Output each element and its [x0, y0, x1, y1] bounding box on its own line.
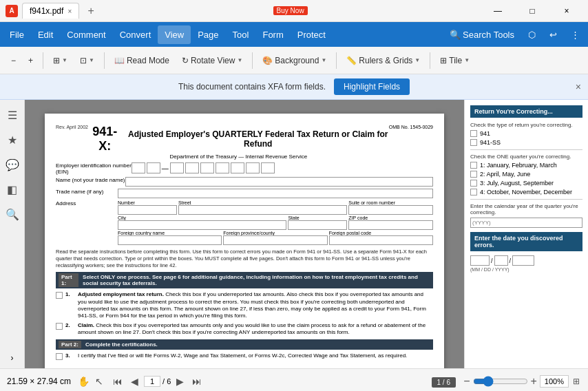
hand-tool-button[interactable]: ✋	[76, 374, 91, 388]
sidebar-item-menu[interactable]: ☰	[3, 105, 22, 125]
bottom-bar: 21.59 × 27.94 cm ✋ ↖ ⏮ ◀ / 6 ▶ ⏭ − + 100…	[0, 368, 588, 391]
view-options-button[interactable]: ⊞ ▼	[48, 52, 73, 69]
notification-close-icon[interactable]: ×	[576, 81, 581, 92]
date-mm-input[interactable]	[470, 255, 490, 266]
checkbox-941-box[interactable]	[470, 130, 477, 137]
ein-row: Employer identification number (EIN) —	[56, 162, 433, 175]
background-button[interactable]: 🎨 Background ▼	[257, 52, 332, 69]
ein-field-6[interactable]	[216, 162, 229, 173]
next-page-button[interactable]: ▶	[174, 374, 187, 388]
date-dd-input[interactable]	[494, 255, 508, 266]
rotate-view-button[interactable]: ↻ Rotate View ▼	[176, 52, 248, 69]
close-tab-icon[interactable]: ×	[67, 8, 72, 15]
ein-field-4[interactable]	[185, 162, 199, 173]
foreign-country-input[interactable]	[118, 235, 222, 245]
zoom-out-bottom-button[interactable]: −	[463, 375, 470, 388]
rulers-grids-button[interactable]: 📏 Rulers & Grids ▼	[341, 52, 426, 69]
name-input[interactable]	[125, 177, 434, 187]
city-input[interactable]	[118, 220, 286, 230]
add-tab-button[interactable]: +	[83, 3, 98, 19]
calendar-year-input[interactable]	[470, 218, 582, 228]
date-yyyy-input[interactable]	[512, 255, 534, 266]
menu-comment[interactable]: Comment	[60, 25, 112, 44]
ein-field-3[interactable]	[170, 162, 184, 173]
menu-page[interactable]: Page	[191, 25, 225, 44]
zip-input[interactable]	[348, 220, 433, 230]
checkbox-941: 941	[470, 130, 582, 137]
form-instructions: Read the separate instructions before co…	[56, 249, 433, 268]
last-page-button[interactable]: ⏭	[189, 374, 204, 388]
screen-options-button[interactable]: ⊡ ▼	[74, 52, 100, 69]
suite-input[interactable]	[348, 205, 433, 215]
state-input[interactable]	[288, 220, 347, 230]
foreign-province-input[interactable]	[223, 235, 327, 245]
part2-header: Part 2: Complete the certifications.	[56, 339, 433, 350]
select-tool-button[interactable]: ↖	[94, 374, 105, 388]
menu-edit[interactable]: Edit	[31, 25, 60, 44]
menu-protect[interactable]: Protect	[291, 25, 333, 44]
menu-form[interactable]: Form	[255, 25, 290, 44]
doc-page: Rev. April 2002 941-X: Adjusted Employer…	[45, 114, 444, 368]
foreign-province-label: Foreign province/county	[223, 231, 327, 235]
quarter-3-checkbox[interactable]	[470, 180, 477, 187]
number-label: Number	[118, 200, 177, 205]
zoom-level-display[interactable]: 100%	[540, 375, 569, 388]
sidebar-collapse-btn[interactable]: ›	[11, 353, 14, 363]
titlebar-tab[interactable]: f941x.pdf ×	[22, 3, 79, 19]
sidebar-item-bookmark[interactable]: ★	[3, 130, 22, 149]
close-window-button[interactable]: ×	[551, 0, 582, 22]
zoom-out-button[interactable]: −	[6, 52, 21, 69]
foreign-postal-input[interactable]	[329, 235, 433, 245]
ein-field-5[interactable]	[200, 162, 214, 173]
right-panel: Return You're Correcting... Check the ty…	[464, 100, 588, 368]
quarter-4-checkbox[interactable]	[470, 189, 477, 196]
first-page-button[interactable]: ⏮	[110, 374, 125, 388]
ein-field-7[interactable]	[231, 162, 244, 173]
current-page-input[interactable]	[144, 376, 160, 387]
tile-button[interactable]: ⊞ Tile ▼	[434, 52, 475, 69]
doc-area: Rev. April 2002 941-X: Adjusted Employer…	[25, 100, 464, 368]
trade-name-input[interactable]	[118, 189, 433, 198]
zoom-in-button[interactable]: +	[23, 52, 39, 69]
buy-now-badge[interactable]: Buy Now	[273, 6, 308, 15]
item-1-checkbox[interactable]	[56, 292, 63, 299]
zoom-slider[interactable]	[473, 376, 528, 387]
search-tools-button[interactable]: 🔍 Search Tools	[444, 27, 520, 43]
ein-field-2[interactable]	[147, 162, 160, 173]
bg-dropdown-arrow: ▼	[321, 57, 326, 63]
menu-view[interactable]: View	[158, 25, 191, 44]
highlight-fields-button[interactable]: Highlight Fields	[334, 78, 410, 95]
zoom-in-bottom-button[interactable]: +	[531, 375, 537, 388]
checkbox-941ss-box[interactable]	[470, 139, 477, 146]
item-2-checkbox[interactable]	[56, 323, 63, 330]
menu-tool[interactable]: Tool	[226, 25, 256, 44]
prev-page-button[interactable]: ◀	[128, 374, 141, 388]
maximize-button[interactable]: □	[516, 0, 548, 22]
quarter-2-checkbox[interactable]	[470, 171, 477, 178]
quarter-1-checkbox[interactable]	[470, 162, 477, 169]
menubar: File Edit Comment Convert View Page Tool…	[0, 22, 588, 47]
ein-field-8[interactable]	[246, 162, 260, 173]
menu-file[interactable]: File	[3, 25, 31, 44]
street-input[interactable]	[178, 205, 347, 215]
separator-3	[252, 52, 253, 69]
sidebar-item-comment[interactable]: 💬	[3, 155, 22, 174]
read-mode-button[interactable]: 📖 Read Mode	[109, 52, 175, 69]
external-link-button[interactable]: ⬡	[523, 27, 541, 43]
minimize-button[interactable]: —	[482, 0, 514, 22]
ein-input[interactable]: —	[132, 162, 433, 173]
number-input[interactable]	[118, 205, 177, 215]
quarter-3-label: 3: July, August, September	[480, 180, 554, 187]
ein-field-9[interactable]	[261, 162, 275, 173]
sidebar-item-search[interactable]: 🔍	[3, 204, 22, 224]
more-button[interactable]: ⋮	[565, 27, 585, 43]
form-omb: OMB No. 1545-0029	[389, 125, 433, 129]
menu-convert[interactable]: Convert	[113, 25, 158, 44]
ein-field-1[interactable]	[132, 162, 145, 173]
back-button[interactable]: ↩	[544, 27, 563, 43]
item-3-checkbox[interactable]	[56, 353, 63, 360]
page-size: 21.59 × 27.94 cm	[7, 377, 71, 386]
sidebar-item-pages[interactable]: ◧	[3, 180, 22, 199]
fit-page-button[interactable]: ⊞	[571, 375, 581, 388]
tile-dropdown-arrow: ▼	[464, 57, 470, 63]
